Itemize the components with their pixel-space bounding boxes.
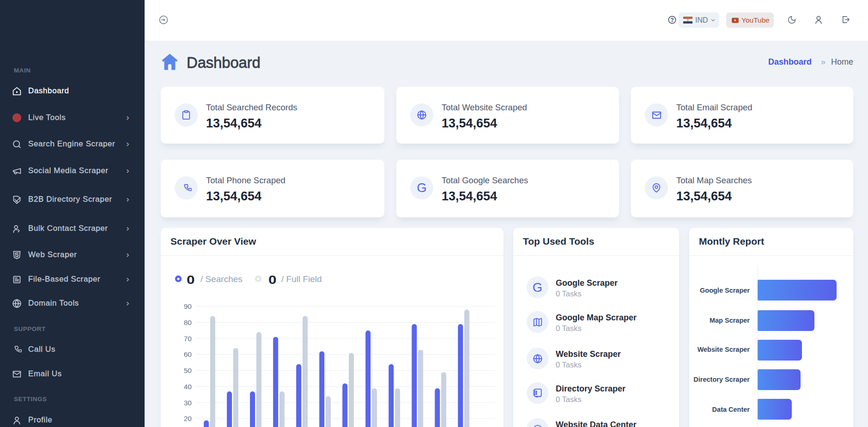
svg-text:/ Full Field: / Full Field: [281, 274, 322, 284]
svg-text:70: 70: [184, 335, 192, 343]
svg-text:90: 90: [184, 302, 192, 310]
svg-text:80: 80: [184, 319, 192, 326]
svg-text:60: 60: [184, 350, 192, 358]
svg-text:0: 0: [268, 273, 277, 287]
svg-text:20: 20: [184, 415, 192, 422]
svg-text:40: 40: [184, 383, 192, 391]
svg-text:0: 0: [187, 273, 195, 287]
svg-text:50: 50: [184, 367, 192, 374]
svg-text:/ Searches: / Searches: [200, 274, 243, 284]
svg-text:30: 30: [184, 399, 192, 407]
